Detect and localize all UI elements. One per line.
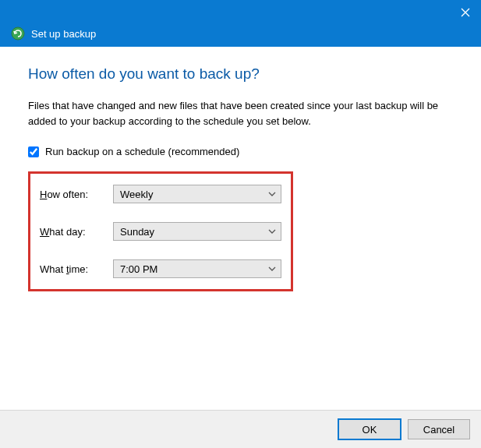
page-heading: How often do you want to back up? [28, 65, 453, 83]
content-area: How often do you want to back up? Files … [0, 47, 481, 291]
what-time-label: What time: [40, 263, 113, 275]
how-often-value: Weekly [120, 189, 153, 200]
how-often-label: How often: [40, 189, 113, 200]
svg-point-0 [12, 27, 24, 40]
schedule-checkbox[interactable] [28, 146, 39, 157]
what-time-value: 7:00 PM [120, 263, 157, 275]
close-icon [461, 8, 470, 17]
ok-button[interactable]: OK [338, 418, 401, 440]
what-time-row: What time: 7:00 PM [40, 259, 281, 278]
cancel-button[interactable]: Cancel [408, 419, 470, 439]
schedule-checkbox-row[interactable]: Run backup on a schedule (recommended) [28, 146, 453, 157]
what-day-combobox[interactable]: Sunday [113, 222, 281, 241]
backup-wizard-window: Set up backup How often do you want to b… [0, 0, 481, 448]
chevron-down-icon [268, 229, 276, 234]
what-day-row: What day: Sunday [40, 222, 281, 241]
what-time-combobox[interactable]: 7:00 PM [113, 259, 281, 278]
chevron-down-icon [268, 266, 276, 271]
button-bar: OK Cancel [0, 410, 481, 448]
what-day-value: Sunday [120, 226, 154, 238]
close-button[interactable] [461, 6, 470, 20]
schedule-checkbox-label: Run backup on a schedule (recommended) [45, 146, 239, 157]
page-description: Files that have changed and new files th… [28, 98, 453, 129]
how-often-row: How often: Weekly [40, 185, 281, 203]
schedule-fields-highlight: How often: Weekly What day: Sunday What … [28, 171, 293, 291]
backup-icon [11, 26, 25, 41]
what-day-label: What day: [40, 226, 113, 238]
chevron-down-icon [268, 192, 276, 196]
how-often-combobox[interactable]: Weekly [113, 185, 281, 203]
titlebar: Set up backup [0, 0, 481, 47]
window-title: Set up backup [31, 28, 96, 40]
